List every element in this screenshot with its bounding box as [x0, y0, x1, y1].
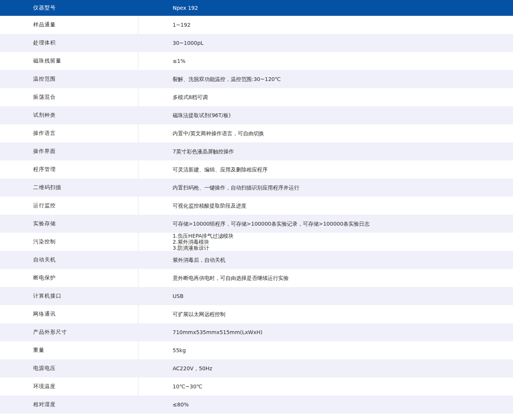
spec-row: 温控范围 裂解、洗脱双功能温控，温控范围:30~120℃: [0, 70, 513, 88]
spec-table: 仪器型号 Npex 192 样品通量 1~192 处理体积 30~1000pL …: [0, 0, 513, 414]
spec-label: 试剂种类: [0, 106, 138, 124]
spec-row: 计算机接口 USB: [0, 287, 513, 305]
spec-label: 重量: [0, 341, 138, 359]
spec-label: 振荡混合: [0, 88, 138, 106]
spec-label: 污染控制: [0, 233, 138, 251]
spec-label: 程序管理: [0, 160, 138, 179]
spec-label: 温控范围: [0, 70, 138, 88]
spec-row: 二维码扫描 内置扫码枪、一键操作，自动扫描识别应用程序并运行: [0, 179, 513, 197]
spec-row: 程序管理 可灵活新建、编辑、应用及删除相应程序: [0, 160, 513, 179]
spec-label: 产品外形尺寸: [0, 323, 138, 341]
header-value-cell: Npex 192: [138, 0, 513, 16]
spec-label: 电源电压: [0, 359, 138, 377]
spec-row: 污染控制 1.负压HEPA排气过滤模块2.紫外消毒模块3.防滴液板设计: [0, 233, 513, 251]
spec-label: 操作界面: [0, 142, 138, 160]
spec-row: 处理体积 30~1000pL: [0, 34, 513, 52]
spec-row: 断电保护 意外断电再供电时，可自由选择是否继续运行实验: [0, 269, 513, 287]
spec-row: 操作界面 7英寸彩色液晶屏触控操作: [0, 142, 513, 160]
spec-row: 磁珠残留量 ≤1%: [0, 52, 513, 70]
spec-value: 可视化监控核酸提取阶段及进度: [138, 197, 513, 215]
spec-row: 试剂种类 磁珠法提取试剂(96T/板): [0, 106, 513, 124]
spec-label: 环境温度: [0, 377, 138, 396]
spec-value: 55kg: [138, 341, 513, 359]
spec-label: 磁珠残留量: [0, 52, 138, 70]
spec-value: 710mmx535mmx515mm(LxWxH): [138, 323, 513, 341]
spec-label: 处理体积: [0, 34, 138, 52]
spec-label: 运行监控: [0, 197, 138, 215]
spec-value: 可存储>10000组程序，可存储>100000条实验记录，可存储>100000条…: [138, 215, 513, 233]
spec-label: 操作语言: [0, 124, 138, 142]
spec-value: 紫外消毒后，自动关机: [138, 251, 513, 269]
spec-row: 电源电压 AC220V，50Hz: [0, 359, 513, 377]
spec-value: 10℃~30℃: [138, 377, 513, 396]
spec-row: 样品通量 1~192: [0, 16, 513, 34]
spec-value: 意外断电再供电时，可自由选择是否继续运行实验: [138, 269, 513, 287]
spec-label: 样品通量: [0, 16, 138, 34]
spec-label: 网络通讯: [0, 305, 138, 323]
table-header-row: 仪器型号 Npex 192: [0, 0, 513, 16]
spec-row: 网络通讯 可扩展以太网远程控制: [0, 305, 513, 323]
spec-row: 环境温度 10℃~30℃: [0, 377, 513, 396]
spec-value: ≤80%: [138, 396, 513, 414]
spec-value: 裂解、洗脱双功能温控，温控范围:30~120℃: [138, 70, 513, 88]
spec-label: 相对湿度: [0, 396, 138, 414]
spec-value: 7英寸彩色液晶屏触控操作: [138, 142, 513, 160]
spec-row: 振荡混合 多模式8档可调: [0, 88, 513, 106]
spec-value: 内置中/英文两种操作语言，可自由切换: [138, 124, 513, 142]
spec-value: 1~192: [138, 16, 513, 34]
spec-row: 相对湿度 ≤80%: [0, 396, 513, 414]
spec-row: 实验存储 可存储>10000组程序，可存储>100000条实验记录，可存储>10…: [0, 215, 513, 233]
spec-label: 实验存储: [0, 215, 138, 233]
spec-value: 可扩展以太网远程控制: [138, 305, 513, 323]
spec-value: 内置扫码枪、一键操作，自动扫描识别应用程序并运行: [138, 179, 513, 197]
spec-label: 二维码扫描: [0, 179, 138, 197]
header-label-cell: 仪器型号: [0, 0, 138, 16]
spec-row: 重量 55kg: [0, 341, 513, 359]
spec-value: ≤1%: [138, 52, 513, 70]
spec-value: 多模式8档可调: [138, 88, 513, 106]
spec-row: 自动关机 紫外消毒后，自动关机: [0, 251, 513, 269]
spec-value: 可灵活新建、编辑、应用及删除相应程序: [138, 160, 513, 179]
spec-row: 产品外形尺寸 710mmx535mmx515mm(LxWxH): [0, 323, 513, 341]
spec-label: 自动关机: [0, 251, 138, 269]
spec-value: USB: [138, 287, 513, 305]
spec-value: 磁珠法提取试剂(96T/板): [138, 106, 513, 124]
spec-value: 1.负压HEPA排气过滤模块2.紫外消毒模块3.防滴液板设计: [138, 233, 513, 251]
spec-label: 断电保护: [0, 269, 138, 287]
spec-value: AC220V，50Hz: [138, 359, 513, 377]
spec-row: 操作语言 内置中/英文两种操作语言，可自由切换: [0, 124, 513, 142]
spec-row: 运行监控 可视化监控核酸提取阶段及进度: [0, 197, 513, 215]
spec-value: 30~1000pL: [138, 34, 513, 52]
spec-label: 计算机接口: [0, 287, 138, 305]
